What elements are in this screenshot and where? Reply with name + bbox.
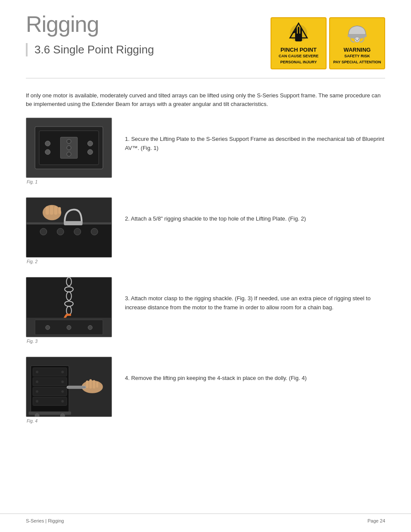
svg-rect-65 — [89, 380, 92, 389]
figure-4-image — [26, 357, 112, 417]
svg-point-12 — [358, 39, 359, 40]
svg-rect-35 — [54, 206, 58, 215]
svg-point-60 — [61, 390, 64, 393]
svg-point-62 — [61, 400, 64, 403]
svg-point-19 — [87, 149, 93, 155]
svg-point-18 — [87, 141, 93, 146]
svg-point-71 — [60, 414, 65, 417]
header: Rigging 3.6 Single Point Rigging — [0, 0, 411, 69]
svg-rect-64 — [86, 380, 88, 388]
svg-rect-9 — [348, 34, 367, 37]
svg-point-28 — [57, 228, 64, 235]
svg-rect-68 — [67, 386, 86, 389]
pinch-badge-label: PINCH POINT — [274, 47, 323, 53]
svg-point-11 — [355, 39, 356, 40]
warning-badge-label: WARNING — [333, 47, 382, 53]
hard-hat-icon — [344, 22, 370, 45]
figure-1-svg — [26, 118, 112, 177]
pinch-point-badge: ! PINCH POINT CAN CAUSE SEVERE PERSONAL … — [271, 17, 327, 69]
step-3-row: Fig. 3 3. Attach motor clasp to the rigg… — [26, 277, 385, 344]
step-3-text: 3. Attach motor clasp to the rigging sha… — [125, 277, 385, 312]
main-title: Rigging — [26, 13, 271, 35]
figure-3-image — [26, 277, 112, 337]
svg-point-23 — [67, 152, 71, 156]
page: Rigging 3.6 Single Point Rigging — [0, 0, 411, 532]
svg-point-70 — [35, 414, 39, 417]
warning-badge-sub2: PAY SPECIAL ATTENTION — [333, 60, 382, 65]
intro-paragraph: If only one motor is available, moderate… — [26, 91, 385, 109]
svg-rect-31 — [64, 221, 82, 225]
svg-point-48 — [88, 326, 92, 330]
svg-point-10 — [355, 37, 360, 42]
step-2-row: Fig. 2 2. Attach a 5/8" rigging shackle … — [26, 197, 385, 264]
svg-rect-34 — [50, 205, 53, 215]
figure-2-col: Fig. 2 — [26, 197, 112, 264]
step-4-row: Fig. 4 4. Remove the lifting pin keeping… — [26, 357, 385, 423]
svg-point-27 — [40, 228, 47, 235]
figure-4-svg — [26, 357, 112, 417]
svg-point-56 — [61, 371, 64, 373]
figure-4-col: Fig. 4 — [26, 357, 112, 423]
svg-point-21 — [67, 140, 71, 144]
warning-badges: ! PINCH POINT CAN CAUSE SEVERE PERSONAL … — [271, 17, 385, 69]
pinch-badge-sub1: CAN CAUSE SEVERE — [274, 54, 323, 59]
svg-point-55 — [36, 371, 38, 373]
svg-point-30 — [91, 228, 98, 235]
title-area: Rigging 3.6 Single Point Rigging — [26, 13, 271, 56]
svg-rect-67 — [96, 382, 98, 388]
fig-2-label: Fig. 2 — [26, 259, 112, 264]
footer: S-Series | Rigging Page 24 — [0, 513, 411, 523]
fig-3-label: Fig. 3 — [26, 339, 112, 344]
header-divider — [26, 78, 385, 78]
svg-point-58 — [61, 380, 64, 383]
svg-point-16 — [45, 141, 50, 146]
svg-rect-66 — [93, 380, 95, 389]
content-rows: Fig. 1 1. Secure the Lifting Plate to th… — [0, 118, 411, 423]
svg-rect-33 — [46, 206, 49, 215]
warning-badge: WARNING SAFETY RISK PAY SPECIAL ATTENTIO… — [329, 17, 385, 69]
svg-text:!: ! — [298, 31, 300, 37]
svg-point-59 — [36, 390, 38, 393]
step-1-text: 1. Secure the Lifting Plate to the S-Ser… — [125, 118, 385, 153]
warning-badge-sub1: SAFETY RISK — [333, 54, 382, 59]
svg-rect-69 — [28, 411, 71, 415]
svg-point-29 — [74, 228, 81, 235]
step-2-text: 2. Attach a 5/8" rigging shackle to the … — [125, 197, 385, 224]
section-title-bar: 3.6 Single Point Rigging — [26, 43, 271, 56]
step-1-row: Fig. 1 1. Secure the Lifting Plate to th… — [26, 118, 385, 184]
svg-point-17 — [45, 149, 50, 155]
svg-point-61 — [36, 400, 38, 403]
pinch-badge-sub2: PERSONAL INJURY — [274, 60, 323, 65]
figure-2-svg — [26, 198, 112, 257]
figure-1-image — [26, 118, 112, 178]
figure-2-image — [26, 197, 112, 258]
svg-point-57 — [36, 380, 38, 383]
footer-left: S-Series | Rigging — [26, 518, 64, 523]
svg-rect-25 — [26, 223, 111, 257]
figure-3-col: Fig. 3 — [26, 277, 112, 344]
svg-point-46 — [46, 326, 50, 330]
svg-rect-36 — [58, 207, 61, 214]
svg-point-47 — [67, 326, 71, 330]
figure-3-svg — [26, 277, 112, 337]
section-title: 3.6 Single Point Rigging — [34, 43, 271, 56]
svg-point-22 — [67, 146, 71, 150]
fig-4-label: Fig. 4 — [26, 419, 112, 423]
footer-right: Page 24 — [367, 518, 385, 523]
pinch-point-icon: ! — [286, 22, 311, 45]
step-4-text: 4. Remove the lifting pin keeping the 4-… — [125, 357, 385, 383]
fig-1-label: Fig. 1 — [26, 180, 112, 184]
figure-1-col: Fig. 1 — [26, 118, 112, 184]
